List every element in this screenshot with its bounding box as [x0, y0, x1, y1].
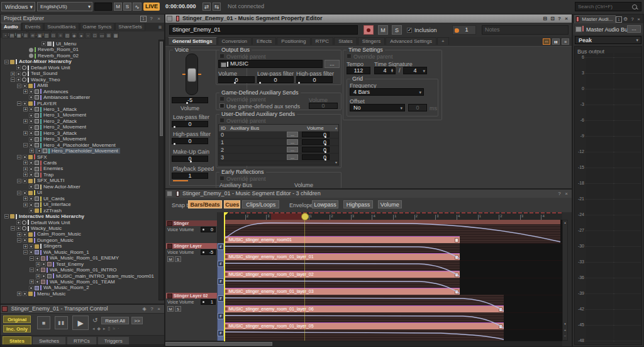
- close-icon[interactable]: ×: [563, 190, 570, 197]
- expander-icon[interactable]: +: [36, 262, 40, 266]
- scroll-up-icon[interactable]: ▴: [563, 220, 567, 225]
- property-tab-conversion[interactable]: Conversion: [218, 37, 252, 45]
- zoom-in-icon[interactable]: +: [563, 327, 567, 333]
- explorer-tool-icon-8[interactable]: ⊟: [50, 32, 57, 38]
- object-mute-button[interactable]: [364, 25, 374, 35]
- include-checkbox[interactable]: [16, 226, 21, 230]
- tree-row[interactable]: +Ambiances: [1, 89, 158, 94]
- property-tab-stingers[interactable]: Stingers: [358, 37, 385, 45]
- expander-icon[interactable]: −: [17, 179, 21, 183]
- unpin-icon[interactable]: ⊟: [541, 15, 548, 22]
- explorer-tab-sharesets[interactable]: ShareSets: [115, 23, 145, 30]
- include-checkbox[interactable]: [35, 280, 40, 284]
- explorer-tool-icon-10[interactable]: ▧: [64, 32, 70, 38]
- clip-end-handle[interactable]: [499, 324, 502, 329]
- clip-end-handle[interactable]: [455, 238, 458, 242]
- expander-icon[interactable]: −: [23, 250, 28, 254]
- entry-cue-line[interactable]: [224, 212, 225, 341]
- track-solo-button[interactable]: S: [175, 256, 181, 262]
- expander-icon[interactable]: +: [36, 274, 40, 278]
- tree-row[interactable]: Ambiances Scatterer: [1, 94, 158, 100]
- music-track-lane[interactable]: MUSIC_stinger_enemy_room01: [224, 220, 562, 244]
- tree-row[interactable]: New Actor-Mixer: [1, 184, 158, 190]
- explorer-tab-game-syncs[interactable]: Game Syncs: [80, 23, 115, 30]
- explorer-tab-soundbanks[interactable]: SoundBanks: [44, 23, 79, 30]
- aux-bus-browse-button[interactable]: ...: [287, 147, 298, 152]
- property-editor-titlebar[interactable]: Stinger_Enemy_01 - Music Segment Propert…: [165, 14, 572, 23]
- fade-mode-button[interactable]: F: [218, 313, 224, 319]
- include-checkbox[interactable]: [29, 143, 33, 147]
- snap-button-clips-loops[interactable]: Clips/Loops: [242, 200, 279, 208]
- tree-row[interactable]: WA_Music_Room_2: [1, 285, 158, 290]
- expander-icon[interactable]: +: [23, 244, 28, 249]
- include-checkbox[interactable]: [29, 203, 33, 207]
- capture-button[interactable]: ∿: [133, 3, 142, 11]
- expander-icon[interactable]: +: [11, 72, 15, 76]
- stop-button[interactable]: ■: [37, 316, 50, 329]
- use-game-aux-checkbox[interactable]: [219, 103, 225, 108]
- snap-button-bars-beats[interactable]: Bars/Beats: [188, 200, 222, 208]
- help-icon[interactable]: ?: [148, 305, 155, 312]
- envelope-button-highpass[interactable]: Highpass: [343, 200, 373, 208]
- ob-lpf-box[interactable]: 0: [257, 76, 294, 83]
- play-button[interactable]: ▶: [72, 316, 89, 330]
- game-aux-override-checkbox[interactable]: [219, 96, 225, 101]
- voice-volume-box[interactable]: -5: [201, 249, 216, 255]
- music-clip[interactable]: MUSIC_stinger_enemy_room_01_layer_05: [224, 322, 504, 329]
- tree-row[interactable]: −Wacky_Theo: [1, 77, 158, 82]
- tree-row[interactable]: −Wacky_Music: [1, 225, 158, 231]
- expander-icon[interactable]: +: [23, 119, 28, 123]
- zoom-out-icon[interactable]: −: [563, 333, 567, 338]
- include-checkbox[interactable]: [29, 185, 33, 189]
- include-checkbox[interactable]: [23, 101, 27, 106]
- tree-row[interactable]: −Actor-Mixer Hierarchy: [1, 59, 158, 64]
- scroll-thumb[interactable]: [160, 42, 163, 136]
- clip-end-handle[interactable]: [499, 307, 502, 312]
- tab-master-audio-bus[interactable]: Master Audi...: [574, 15, 616, 23]
- tree-row[interactable]: zZTrash: [1, 208, 158, 213]
- expander-icon[interactable]: −: [17, 191, 21, 195]
- meter-mode-select[interactable]: Peak ▾: [575, 36, 641, 44]
- tree-row[interactable]: +WA_Music_Room_01_TEAM: [1, 279, 158, 285]
- aux-send-row[interactable]: 2...0: [219, 146, 338, 154]
- expander-icon[interactable]: −: [11, 226, 15, 230]
- expander-icon[interactable]: +: [30, 149, 34, 153]
- clip-end-handle[interactable]: [455, 290, 458, 294]
- voice-volume-box[interactable]: 0: [201, 227, 216, 232]
- include-checkbox[interactable]: [16, 77, 21, 82]
- voice-hpf-box[interactable]: 0: [172, 138, 208, 144]
- track-solo-button[interactable]: S: [175, 306, 181, 312]
- early-override-checkbox[interactable]: [219, 176, 225, 181]
- help-icon[interactable]: ?: [148, 15, 155, 22]
- expander-icon[interactable]: +: [23, 196, 28, 201]
- explorer-tool-icon-12[interactable]: ●: [78, 32, 84, 38]
- tree-row[interactable]: UI_Menu: [1, 41, 158, 47]
- ts-numerator-stepper[interactable]: 4 ▲ ▼: [374, 67, 396, 74]
- fade-mode-button[interactable]: F: [218, 261, 224, 267]
- mute-button[interactable]: M: [114, 3, 122, 11]
- aux-row-volume-box[interactable]: 0: [302, 139, 330, 145]
- tree-row[interactable]: +Cards: [1, 160, 158, 166]
- help-icon[interactable]: ?: [556, 15, 563, 22]
- close-icon[interactable]: ×: [155, 305, 162, 312]
- include-checkbox[interactable]: [29, 119, 33, 123]
- include-checkbox[interactable]: [29, 167, 33, 171]
- expander-icon[interactable]: −: [17, 101, 21, 106]
- tree-row[interactable]: −SFX_MULTI: [1, 178, 158, 183]
- help-icon[interactable]: ?: [556, 190, 563, 197]
- remote-sync-icon[interactable]: ⇆: [213, 3, 221, 11]
- playback-speed-box[interactable]: 1: [172, 173, 208, 179]
- expander-icon[interactable]: −: [23, 143, 28, 147]
- view-mode-1-icon[interactable]: ▭: [543, 38, 550, 45]
- solo-button[interactable]: S: [123, 3, 131, 11]
- ts-denominator-select[interactable]: 4 ▾: [403, 67, 427, 74]
- explorer-tab-events[interactable]: Events: [22, 23, 43, 30]
- layout-1-icon[interactable]: 1: [140, 16, 147, 22]
- scroll-up-icon[interactable]: ▴: [335, 125, 337, 130]
- explorer-tool-icon-3[interactable]: ▦: [16, 32, 22, 38]
- tree-row[interactable]: −AMB: [1, 82, 158, 88]
- time-override-checkbox[interactable]: [347, 54, 352, 59]
- music-clip[interactable]: MUSIC_stinger_enemy_room_01_layer_01: [224, 253, 460, 260]
- expander-icon[interactable]: +: [23, 89, 28, 94]
- expander-icon[interactable]: −: [11, 77, 15, 82]
